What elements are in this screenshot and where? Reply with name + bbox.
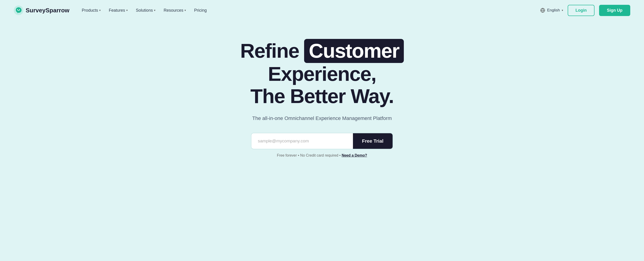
hero-title-highlight: Customer (304, 39, 404, 63)
chevron-down-icon: ▾ (99, 9, 100, 12)
hero-section: Refine Customer Experience, The Better W… (0, 20, 644, 171)
nav-item-products[interactable]: Products ▾ (78, 6, 104, 15)
logo-icon (14, 5, 24, 15)
nav-item-pricing[interactable]: Pricing (191, 6, 210, 15)
language-selector[interactable]: English ▾ (540, 8, 563, 13)
chevron-down-icon: ▾ (154, 9, 156, 12)
navbar: SurveySparrow Products ▾ Features ▾ Solu… (0, 0, 644, 20)
nav-item-features[interactable]: Features ▾ (106, 6, 131, 15)
nav-item-resources[interactable]: Resources ▾ (160, 6, 189, 15)
chevron-down-icon: ▾ (562, 9, 563, 12)
login-button[interactable]: Login (568, 5, 594, 16)
logo[interactable]: SurveySparrow (14, 5, 70, 15)
language-label: English (547, 8, 560, 12)
hero-title-prefix: Refine (240, 39, 299, 62)
nav-right: English ▾ Login Sign Up (540, 5, 630, 16)
chevron-down-icon: ▾ (184, 9, 186, 12)
free-trial-button[interactable]: Free Trial (353, 133, 392, 149)
globe-icon (540, 8, 545, 13)
nav-links: Products ▾ Features ▾ Solutions ▾ Resour… (78, 6, 210, 15)
hero-subtitle: The all-in-one Omnichannel Experience Ma… (252, 115, 392, 121)
need-demo-link[interactable]: Need a Demo? (342, 153, 367, 157)
email-input[interactable] (252, 133, 353, 149)
nav-item-solutions[interactable]: Solutions ▾ (133, 6, 158, 15)
svg-point-2 (19, 9, 20, 10)
svg-point-1 (18, 9, 18, 10)
hero-title-line2: The Better Way. (250, 85, 394, 107)
hero-note-text: Free forever • No Credit card required • (277, 153, 340, 157)
hero-form: Free Trial (251, 133, 393, 149)
hero-title: Refine Customer Experience, The Better W… (196, 39, 448, 107)
hero-title-suffix: Experience, (268, 62, 376, 85)
chevron-down-icon: ▾ (126, 9, 128, 12)
nav-left: SurveySparrow Products ▾ Features ▾ Solu… (14, 5, 210, 15)
signup-button[interactable]: Sign Up (599, 5, 630, 16)
logo-text: SurveySparrow (26, 7, 70, 14)
hero-note: Free forever • No Credit card required •… (277, 153, 367, 158)
